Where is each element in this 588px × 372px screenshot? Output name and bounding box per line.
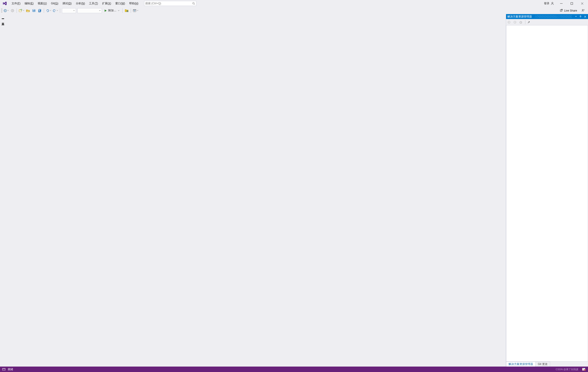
panel-title-label: 解决方案资源管理器: [507, 15, 532, 19]
menu-window[interactable]: 窗口(W): [113, 1, 127, 6]
chevron-down-icon: [56, 10, 58, 11]
save-button[interactable]: [31, 8, 37, 13]
toolbar-grip[interactable]: [1, 8, 2, 13]
panel-forward-button[interactable]: [513, 21, 517, 24]
svg-rect-23: [2, 368, 5, 370]
panel-properties-button[interactable]: [527, 21, 531, 24]
window-close-button[interactable]: [577, 0, 587, 7]
tab-solution-explorer[interactable]: 解决方案资源管理器: [506, 362, 536, 367]
undo-button[interactable]: [45, 8, 52, 13]
chevron-down-icon: [50, 10, 51, 11]
solution-platform-combo[interactable]: [77, 8, 102, 13]
feedback-button[interactable]: [580, 8, 586, 13]
panel-tabs: 解决方案资源管理器 Git 更改: [506, 362, 588, 367]
redo-button[interactable]: [52, 8, 59, 13]
svg-point-5: [4, 9, 6, 12]
search-icon: [192, 2, 195, 5]
panel-title-bar[interactable]: 解决方案资源管理器: [506, 14, 588, 19]
notification-tray[interactable]: [582, 368, 586, 371]
chevron-down-icon: [23, 10, 24, 11]
status-text: 就绪: [8, 367, 13, 371]
menu-bar: 文件(F) 编辑(E) 视图(V) Git(G) 调试(D) 分析(N) 工具(…: [0, 0, 588, 7]
user-icon: [551, 2, 554, 5]
svg-rect-13: [39, 10, 40, 11]
toolbar-separator: [131, 8, 131, 13]
save-all-button[interactable]: [37, 8, 42, 13]
status-bar: 就绪 CSDN @累了别我废: [0, 367, 588, 372]
chevron-down-icon: [73, 10, 75, 11]
login-label: 登录: [544, 2, 549, 5]
window-minimize-button[interactable]: [556, 0, 566, 7]
find-in-files-button[interactable]: [124, 8, 129, 13]
chevron-down-icon: [137, 10, 138, 11]
new-project-button[interactable]: [18, 8, 25, 13]
solution-explorer-panel: 解决方案资源管理器 解决方案资源管理器 Git 更改: [506, 14, 588, 367]
panel-title-grip: [535, 15, 572, 18]
solution-config-combo[interactable]: [62, 8, 76, 13]
chevron-down-icon: [118, 10, 120, 11]
live-share-label: Live Share: [564, 9, 577, 12]
svg-point-21: [508, 21, 510, 23]
toolbar-separator: [60, 8, 60, 13]
chevron-down-icon: [99, 10, 101, 11]
toolbar-separator: [122, 8, 123, 13]
panel-home-button[interactable]: [519, 21, 523, 24]
toolbox-tab[interactable]: 工具箱: [0, 19, 5, 22]
attach-label: 附加…: [108, 9, 116, 12]
nav-forward-button[interactable]: [10, 8, 15, 13]
svg-point-20: [582, 9, 583, 10]
panel-pin-button[interactable]: [579, 15, 582, 18]
svg-point-2: [552, 2, 553, 3]
server-explorer-tab[interactable]: 服务器资源管理器: [0, 14, 5, 18]
menu-debug[interactable]: 调试(D): [60, 1, 74, 6]
login-button[interactable]: 登录: [542, 1, 556, 6]
svg-rect-18: [133, 10, 136, 10]
menu-git[interactable]: Git(G): [49, 1, 60, 6]
workspace: 服务器资源管理器 工具箱 解决方案资源管理器 解决方案资源管理器 Git 更改: [0, 14, 588, 367]
menu-analyze[interactable]: 分析(N): [74, 1, 87, 6]
svg-point-22: [514, 21, 516, 23]
toolbar-separator: [17, 8, 17, 13]
nav-back-button[interactable]: [3, 8, 9, 13]
search-input[interactable]: [145, 2, 192, 5]
svg-rect-3: [560, 3, 563, 4]
svg-rect-25: [582, 368, 584, 371]
panel-back-button[interactable]: [507, 21, 512, 24]
menu-items: 文件(F) 编辑(E) 视图(V) Git(G) 调试(D) 分析(N) 工具(…: [10, 1, 140, 6]
menu-file[interactable]: 文件(F): [10, 1, 22, 6]
menu-help[interactable]: 帮助(H): [127, 1, 140, 6]
open-file-button[interactable]: [25, 8, 31, 13]
attach-debugger-button[interactable]: 附加…: [103, 8, 121, 13]
svg-point-0: [192, 2, 194, 4]
menu-tools[interactable]: 工具(T): [87, 1, 100, 6]
vs-logo-icon: [2, 0, 8, 6]
svg-rect-14: [39, 11, 40, 12]
search-box[interactable]: [144, 1, 196, 6]
tab-git-changes[interactable]: Git 更改: [535, 362, 550, 367]
menu-view[interactable]: 视图(V): [36, 1, 49, 6]
chevron-down-icon: [7, 10, 9, 11]
svg-point-27: [584, 369, 586, 371]
left-dock: 服务器资源管理器 工具箱: [0, 14, 5, 367]
share-icon: [559, 9, 563, 12]
svg-line-1: [194, 4, 195, 5]
svg-rect-4: [571, 2, 573, 5]
window-maximize-button[interactable]: [567, 0, 577, 7]
editor-area: [5, 14, 506, 367]
svg-point-6: [11, 9, 14, 12]
browser-link-button[interactable]: [132, 8, 139, 13]
menu-edit[interactable]: 编辑(E): [22, 1, 36, 6]
panel-menu-button[interactable]: [574, 15, 578, 18]
main-toolbar: 附加… Live Share: [0, 7, 588, 14]
panel-close-button[interactable]: [583, 15, 587, 18]
menu-extensions[interactable]: 扩展(X): [100, 1, 113, 6]
panel-toolbar: [506, 19, 588, 25]
watermark-text: CSDN @累了别我废: [556, 368, 578, 371]
window-management-icon[interactable]: [2, 368, 5, 371]
svg-rect-10: [33, 10, 34, 10]
play-icon: [104, 9, 107, 12]
toolbar-separator: [44, 8, 44, 13]
solution-tree[interactable]: [506, 25, 588, 362]
svg-rect-11: [33, 11, 35, 11]
live-share-button[interactable]: Live Share: [558, 8, 578, 13]
